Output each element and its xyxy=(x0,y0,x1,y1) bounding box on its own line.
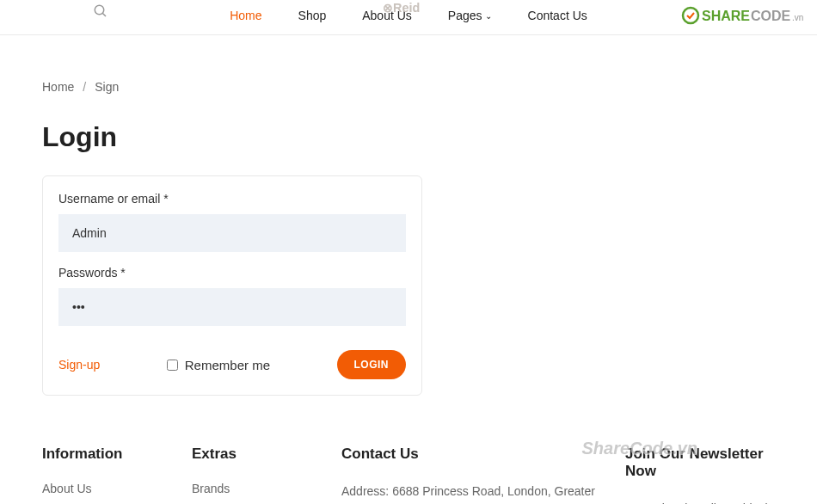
footer: ShareCode.vn Copyright © ShareCode.vn In… xyxy=(42,446,775,504)
newsletter-title: Join Our Newsletter Now xyxy=(625,446,775,480)
header: ⊗Reid Home Shop About Us Pages⌄ Contact … xyxy=(0,0,817,35)
svg-text:CODE: CODE xyxy=(751,9,791,23)
signup-link[interactable]: Sign-up xyxy=(58,358,100,372)
login-form: Username or email * Passwords * Sign-up … xyxy=(42,175,422,396)
breadcrumb-separator: / xyxy=(83,80,86,94)
svg-text:⊗Reid: ⊗Reid xyxy=(383,1,420,15)
newsletter-text: Exceptional quality. Ethical factories. … xyxy=(625,499,775,504)
footer-link-brands[interactable]: Brands xyxy=(192,482,324,495)
password-label: Passwords * xyxy=(58,266,406,280)
svg-line-1 xyxy=(102,13,106,16)
logo[interactable]: ⊗Reid xyxy=(383,0,434,21)
contact-address: Address: 6688 Princess Road, London, Gre… xyxy=(341,482,608,504)
login-button[interactable]: LOGIN xyxy=(337,350,407,379)
footer-contact-title: Contact Us xyxy=(341,446,608,463)
chevron-down-icon: ⌄ xyxy=(485,11,492,21)
breadcrumb-current: Sign xyxy=(95,80,119,94)
username-label: Username or email * xyxy=(58,192,406,206)
page-title: Login xyxy=(42,121,775,153)
svg-text:SHARE: SHARE xyxy=(702,9,750,23)
nav-contact[interactable]: Contact Us xyxy=(528,9,587,22)
footer-extras: Extras Brands Gift Certificates Affiliat… xyxy=(192,446,324,504)
svg-point-0 xyxy=(95,5,104,15)
watermark-logo: SHARE CODE .vn xyxy=(681,4,808,30)
breadcrumb-home[interactable]: Home xyxy=(42,80,74,94)
footer-info-title: Information xyxy=(42,446,175,463)
breadcrumb: Home / Sign xyxy=(42,80,775,94)
footer-information: Information About Us Delivery Informatio… xyxy=(42,446,175,504)
remember-label: Remember me xyxy=(185,358,270,372)
footer-newsletter: Join Our Newsletter Now Exceptional qual… xyxy=(625,446,775,504)
nav-shop[interactable]: Shop xyxy=(298,9,327,22)
search-icon[interactable] xyxy=(93,3,108,22)
footer-contact: Contact Us Address: 6688 Princess Road, … xyxy=(341,446,608,504)
nav-pages[interactable]: Pages⌄ xyxy=(448,9,492,22)
password-input[interactable] xyxy=(58,288,406,326)
svg-point-3 xyxy=(683,8,698,23)
svg-text:.vn: .vn xyxy=(792,13,803,22)
username-input[interactable] xyxy=(58,214,406,252)
nav-home[interactable]: Home xyxy=(230,9,261,22)
footer-extras-title: Extras xyxy=(192,446,324,463)
footer-link-about[interactable]: About Us xyxy=(42,482,175,495)
remember-checkbox[interactable] xyxy=(167,360,178,371)
